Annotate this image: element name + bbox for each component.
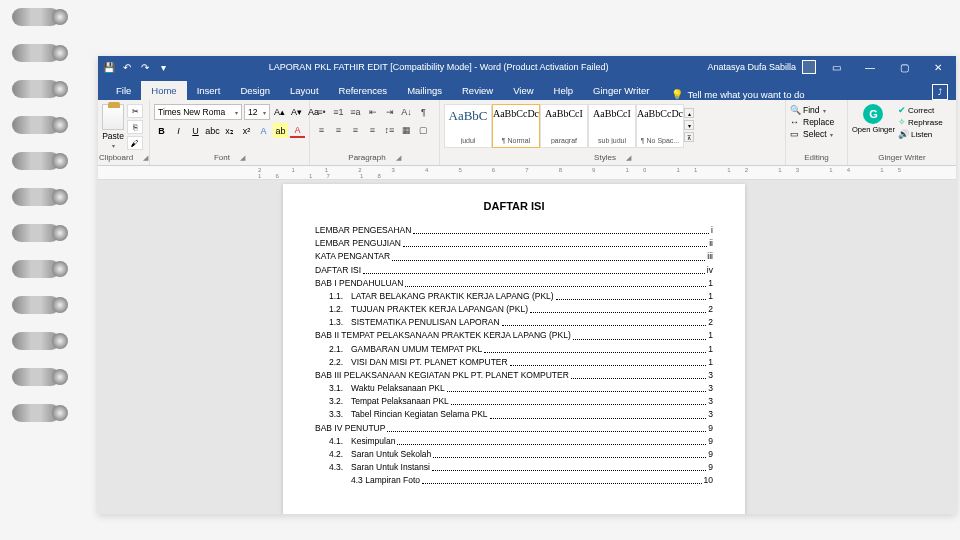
shrink-font-button[interactable]: A▾ xyxy=(289,105,304,120)
table-of-contents: LEMBAR PENGESAHANiLEMBAR PENGUJIANiiKATA… xyxy=(315,224,713,487)
save-icon[interactable]: 💾 xyxy=(102,60,116,74)
group-clipboard: Paste ▾ ✂ ⎘ 🖌 Clipboard◢ xyxy=(98,100,150,165)
lightbulb-icon: 💡 xyxy=(671,89,683,100)
tab-mailings[interactable]: Mailings xyxy=(397,81,452,100)
user-avatar[interactable] xyxy=(802,60,816,74)
tab-file[interactable]: File xyxy=(106,81,141,100)
paste-button[interactable]: Paste ▾ xyxy=(102,104,124,149)
select-button[interactable]: ▭Select▾ xyxy=(790,128,833,140)
tab-insert[interactable]: Insert xyxy=(187,81,231,100)
decrease-indent-button[interactable]: ⇤ xyxy=(365,104,380,119)
cut-button[interactable]: ✂ xyxy=(127,104,143,118)
increase-indent-button[interactable]: ⇥ xyxy=(382,104,397,119)
tab-view[interactable]: View xyxy=(503,81,543,100)
bold-button[interactable]: B xyxy=(154,123,169,138)
superscript-button[interactable]: x² xyxy=(239,123,254,138)
text-effects-button[interactable]: A xyxy=(256,123,271,138)
grow-font-button[interactable]: A▴ xyxy=(272,105,287,120)
speaker-icon: 🔊 xyxy=(898,129,909,139)
format-painter-button[interactable]: 🖌 xyxy=(127,136,143,150)
ginger-listen-button[interactable]: 🔊Listen xyxy=(898,128,943,140)
sort-button[interactable]: A↓ xyxy=(399,104,414,119)
toc-entry: BAB IV PENUTUP9 xyxy=(315,422,713,435)
font-launcher-icon[interactable]: ◢ xyxy=(240,154,245,162)
style-judul[interactable]: AaBbCjudul xyxy=(444,104,492,148)
maximize-button[interactable]: ▢ xyxy=(890,56,918,78)
horizontal-ruler[interactable]: 2 1 1 2 3 4 5 6 7 8 9 10 11 12 13 14 15 … xyxy=(98,166,956,180)
tab-review[interactable]: Review xyxy=(452,81,503,100)
styles-more-icon[interactable]: ⊼ xyxy=(684,132,694,142)
tab-home[interactable]: Home xyxy=(141,81,186,100)
justify-button[interactable]: ≡ xyxy=(365,122,380,137)
redo-icon[interactable]: ↷ xyxy=(138,60,152,74)
clipboard-launcher-icon[interactable]: ◢ xyxy=(143,154,148,162)
styles-scroll-down-icon[interactable]: ▾ xyxy=(684,120,694,130)
ginger-rephrase-button[interactable]: ✧Rephrase xyxy=(898,116,943,128)
numbering-button[interactable]: ≡1 xyxy=(331,104,346,119)
bullets-button[interactable]: ≡• xyxy=(314,104,329,119)
align-left-button[interactable]: ≡ xyxy=(314,122,329,137)
toc-entry: 1.3.SISTEMATIKA PENULISAN LAPORAN2 xyxy=(315,316,713,329)
font-color-button[interactable]: A xyxy=(290,123,305,138)
paragraph-launcher-icon[interactable]: ◢ xyxy=(396,154,401,162)
find-button[interactable]: 🔍Find▾ xyxy=(790,104,826,116)
toc-entry: 4.3 Lampiran Foto10 xyxy=(315,474,713,487)
styles-launcher-icon[interactable]: ◢ xyxy=(626,154,631,162)
document-page[interactable]: DAFTAR ISI LEMBAR PENGESAHANiLEMBAR PENG… xyxy=(283,184,745,514)
ginger-correct-button[interactable]: ✔Correct xyxy=(898,104,943,116)
align-center-button[interactable]: ≡ xyxy=(331,122,346,137)
document-area: 2 1 1 2 3 4 5 6 7 8 9 10 11 12 13 14 15 … xyxy=(98,166,956,514)
style-sub-judul[interactable]: AaBbCcIsub judul xyxy=(588,104,636,148)
tab-references[interactable]: References xyxy=(329,81,398,100)
toc-entry: 4.2.Saran Untuk Sekolah9 xyxy=(315,448,713,461)
borders-button[interactable]: ▢ xyxy=(416,122,431,137)
tab-help[interactable]: Help xyxy=(544,81,584,100)
italic-button[interactable]: I xyxy=(171,123,186,138)
multilevel-button[interactable]: ≡a xyxy=(348,104,363,119)
styles-gallery[interactable]: AaBbCjudul AaBbCcDc¶ Normal AaBbCcIparag… xyxy=(444,104,696,148)
style-normal[interactable]: AaBbCcDc¶ Normal xyxy=(492,104,540,148)
line-spacing-button[interactable]: ↕≡ xyxy=(382,122,397,137)
toc-entry: 2.2.VISI DAN MISI PT. PLANET KOMPUTER1 xyxy=(315,356,713,369)
minimize-button[interactable]: — xyxy=(856,56,884,78)
user-name: Anatasya Dufa Sabilla xyxy=(707,62,796,72)
copy-button[interactable]: ⎘ xyxy=(127,120,143,134)
show-marks-button[interactable]: ¶ xyxy=(416,104,431,119)
paste-label: Paste xyxy=(102,131,124,141)
tab-ginger-writer[interactable]: Ginger Writer xyxy=(583,81,659,100)
undo-icon[interactable]: ↶ xyxy=(120,60,134,74)
close-button[interactable]: ✕ xyxy=(924,56,952,78)
toc-entry: 1.2.TUJUAN PRAKTEK KERJA LAPANGAN (PKL)2 xyxy=(315,303,713,316)
align-right-button[interactable]: ≡ xyxy=(348,122,363,137)
toc-entry: 3.1.Waktu Pelaksanaan PKL3 xyxy=(315,382,713,395)
ribbon-display-button[interactable]: ▭ xyxy=(822,56,850,78)
share-button[interactable]: ⤴ xyxy=(932,84,948,100)
font-name-combo[interactable]: Times New Roma▾ xyxy=(154,104,242,120)
toc-entry: 3.2.Tempat Pelaksanaan PKL3 xyxy=(315,395,713,408)
toc-entry: BAB III PELAKSANAAN KEGIATAN PKL PT. PLA… xyxy=(315,369,713,382)
tab-layout[interactable]: Layout xyxy=(280,81,329,100)
check-icon: ✔ xyxy=(898,105,906,115)
toc-entry: 2.1.GAMBARAN UMUM TEMPAT PKL1 xyxy=(315,343,713,356)
open-ginger-button[interactable]: G Open Ginger xyxy=(852,104,895,134)
replace-icon: ↔ xyxy=(790,117,800,127)
select-icon: ▭ xyxy=(790,129,800,139)
tell-me-placeholder: Tell me what you want to do xyxy=(687,89,804,100)
toc-entry: KATA PENGANTARiii xyxy=(315,250,713,263)
tell-me-search[interactable]: 💡 Tell me what you want to do xyxy=(671,89,804,100)
highlight-button[interactable]: ab xyxy=(273,123,288,138)
styles-scroll-up-icon[interactable]: ▴ xyxy=(684,108,694,118)
ribbon-tabs: File Home Insert Design Layout Reference… xyxy=(98,78,956,100)
ginger-icon: G xyxy=(863,104,883,124)
shading-button[interactable]: ▦ xyxy=(399,122,414,137)
subscript-button[interactable]: x₂ xyxy=(222,123,237,138)
qat-dropdown-icon[interactable]: ▾ xyxy=(156,60,170,74)
document-title: LAPORAN PKL FATHIR EDIT [Compatibility M… xyxy=(170,62,707,72)
strikethrough-button[interactable]: abc xyxy=(205,123,220,138)
style-no-spacing[interactable]: AaBbCcDc¶ No Spac... xyxy=(636,104,684,148)
font-size-combo[interactable]: 12▾ xyxy=(244,104,270,120)
tab-design[interactable]: Design xyxy=(230,81,280,100)
style-paragraf[interactable]: AaBbCcIparagraf xyxy=(540,104,588,148)
replace-button[interactable]: ↔Replace xyxy=(790,116,834,128)
underline-button[interactable]: U xyxy=(188,123,203,138)
